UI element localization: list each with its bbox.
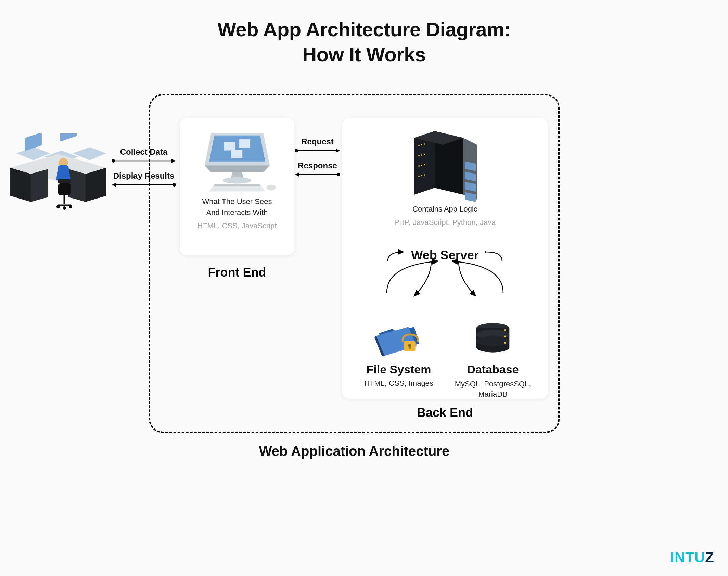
- svg-point-57: [476, 336, 510, 346]
- svg-marker-27: [214, 184, 260, 187]
- svg-point-25: [223, 177, 252, 184]
- frontend-card: What The User Sees And Interacts With HT…: [180, 118, 294, 255]
- filesystem-tech: HTML, CSS, Images: [353, 379, 445, 388]
- svg-rect-22: [231, 150, 242, 158]
- database-block: Database MySQL, PostgresSQL, MariaDB: [448, 320, 537, 399]
- arrow-response: Response: [294, 161, 341, 177]
- svg-rect-54: [409, 345, 411, 348]
- webserver-children-connectors: [342, 258, 548, 320]
- svg-point-38: [421, 144, 422, 145]
- svg-rect-21: [239, 139, 250, 148]
- backend-server-tech: PHP, JavaScript, Python, Java: [349, 218, 541, 227]
- svg-point-43: [418, 165, 420, 167]
- diagram-title: Web App Architecture Diagram: How It Wor…: [0, 0, 728, 67]
- svg-point-41: [421, 154, 422, 156]
- frontend-label: Front End: [180, 265, 294, 280]
- title-line-1: Web App Architecture Diagram:: [0, 17, 728, 42]
- svg-point-65: [295, 149, 298, 152]
- svg-marker-9: [86, 168, 106, 202]
- database-tech: MySQL, PostgresSQL, MariaDB: [448, 379, 537, 399]
- filesystem-heading: File System: [353, 363, 445, 376]
- title-line-2: How It Works: [0, 42, 728, 67]
- svg-point-59: [504, 335, 506, 337]
- svg-rect-13: [58, 183, 71, 195]
- svg-marker-23: [204, 165, 269, 172]
- svg-point-17: [63, 206, 66, 210]
- arrow-display-results: Display Results: [111, 171, 176, 188]
- logo-part-2: Z: [705, 549, 714, 565]
- svg-rect-12: [58, 179, 71, 183]
- svg-point-67: [337, 173, 340, 176]
- arrow-collect-data: Collect Data: [111, 147, 176, 164]
- svg-point-16: [69, 205, 72, 208]
- svg-point-48: [424, 174, 425, 176]
- user-workstation-icon: [7, 133, 110, 212]
- svg-marker-10: [68, 169, 86, 202]
- desktop-computer-icon: [188, 126, 287, 195]
- svg-point-46: [418, 176, 420, 177]
- container-caption: Web Application Architecture: [150, 444, 558, 459]
- arrow-response-label: Response: [294, 161, 341, 170]
- arrow-request: Request: [294, 137, 341, 153]
- arrow-display-results-label: Display Results: [111, 171, 176, 181]
- svg-point-60: [504, 342, 506, 344]
- svg-point-37: [418, 145, 420, 146]
- svg-marker-8: [31, 169, 48, 202]
- server-rack-icon: [394, 126, 496, 202]
- database-icon: [471, 320, 515, 359]
- svg-point-63: [173, 183, 176, 187]
- svg-marker-7: [10, 168, 31, 202]
- svg-point-40: [418, 155, 420, 156]
- svg-point-47: [421, 175, 422, 176]
- frontend-desc-1: What The User Sees: [187, 196, 287, 207]
- svg-point-28: [266, 184, 276, 190]
- folder-lock-icon: [373, 320, 424, 359]
- svg-point-42: [424, 154, 425, 155]
- frontend-tech: HTML, CSS, JavaScript: [187, 221, 287, 230]
- arrow-request-label: Request: [294, 137, 341, 146]
- database-heading: Database: [448, 363, 537, 376]
- svg-point-61: [112, 159, 115, 163]
- backend-label: Back End: [342, 406, 548, 420]
- backend-card: Contains App Logic PHP, JavaScript, Pyth…: [342, 118, 548, 399]
- svg-point-44: [421, 165, 422, 166]
- svg-rect-20: [224, 142, 235, 151]
- svg-point-58: [504, 329, 506, 331]
- backend-server-desc: Contains App Logic: [349, 204, 541, 215]
- filesystem-block: File System HTML, CSS, Images: [353, 320, 445, 388]
- svg-point-15: [56, 205, 60, 208]
- frontend-desc-2: And Interacts With: [187, 207, 287, 218]
- svg-marker-4: [73, 147, 106, 160]
- logo-part-1: INTU: [670, 549, 705, 565]
- arrow-collect-data-label: Collect Data: [111, 147, 176, 157]
- svg-rect-3: [60, 133, 77, 142]
- brand-logo: INTUZ: [670, 549, 714, 566]
- svg-point-45: [424, 164, 425, 165]
- svg-point-39: [424, 143, 425, 145]
